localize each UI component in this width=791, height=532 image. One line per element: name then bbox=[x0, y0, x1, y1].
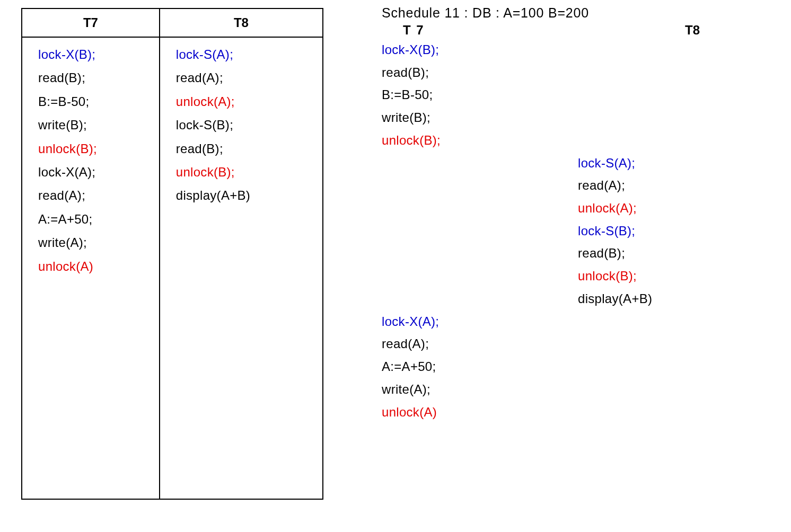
schedule-col-header-t7: T 7 bbox=[382, 23, 570, 38]
schedule-step: write(A); bbox=[382, 378, 774, 401]
table-cell-t8: lock-S(A);read(A);unlock(A);lock-S(B);re… bbox=[160, 37, 323, 499]
schedule-step: A:=A+50; bbox=[382, 356, 774, 378]
op-line: unlock(A) bbox=[38, 255, 152, 278]
op-line: lock-X(A); bbox=[38, 161, 152, 184]
schedule-step: lock-S(B); bbox=[382, 220, 774, 243]
schedule-step: lock-X(B); bbox=[382, 39, 774, 61]
table-header-t8: T8 bbox=[160, 8, 323, 37]
op-line: unlock(A); bbox=[176, 90, 315, 113]
table-cell-t7: lock-X(B);read(B);B:=B-50;write(B);unloc… bbox=[22, 37, 160, 499]
schedule-step: unlock(B); bbox=[382, 265, 774, 288]
op-line: read(A); bbox=[176, 66, 315, 90]
op-line: write(A); bbox=[38, 231, 152, 254]
schedule-step: write(B); bbox=[382, 107, 774, 129]
schedule-step: display(A+B) bbox=[382, 288, 774, 311]
schedule-col-header-t8: T8 bbox=[570, 23, 761, 38]
op-line: write(B); bbox=[38, 113, 152, 137]
table-header-t7: T7 bbox=[22, 8, 160, 37]
schedule-step: read(A); bbox=[382, 174, 774, 197]
schedule-step: read(B); bbox=[382, 61, 774, 84]
op-line: unlock(B); bbox=[38, 137, 152, 161]
schedule-step: read(A); bbox=[382, 333, 774, 356]
transaction-table: T7 T8 lock-X(B);read(B);B:=B-50;write(B)… bbox=[21, 8, 323, 500]
schedule-step: read(B); bbox=[382, 242, 774, 265]
op-line: A:=A+50; bbox=[38, 208, 152, 231]
op-line: read(B); bbox=[176, 137, 315, 161]
op-line: B:=B-50; bbox=[38, 90, 152, 113]
op-line: lock-X(B); bbox=[38, 43, 152, 66]
schedule-step: unlock(A) bbox=[382, 401, 774, 424]
schedule-step: lock-X(A); bbox=[382, 311, 774, 333]
op-line: unlock(B); bbox=[176, 161, 315, 184]
op-line: read(B); bbox=[38, 66, 152, 90]
schedule-block: Schedule 11 : DB : A=100 B=200 T 7 T8 lo… bbox=[382, 5, 774, 423]
op-line: read(A); bbox=[38, 184, 152, 207]
schedule-title: Schedule 11 : DB : A=100 B=200 bbox=[382, 5, 774, 21]
op-line: lock-S(B); bbox=[176, 113, 315, 137]
schedule-step: unlock(B); bbox=[382, 129, 774, 152]
schedule-step: B:=B-50; bbox=[382, 84, 774, 107]
op-line: display(A+B) bbox=[176, 184, 315, 207]
schedule-step: unlock(A); bbox=[382, 197, 774, 220]
schedule-steps: lock-X(B);read(B);B:=B-50;write(B);unloc… bbox=[382, 39, 774, 423]
op-line: lock-S(A); bbox=[176, 43, 315, 66]
schedule-step: lock-S(A); bbox=[382, 152, 774, 175]
